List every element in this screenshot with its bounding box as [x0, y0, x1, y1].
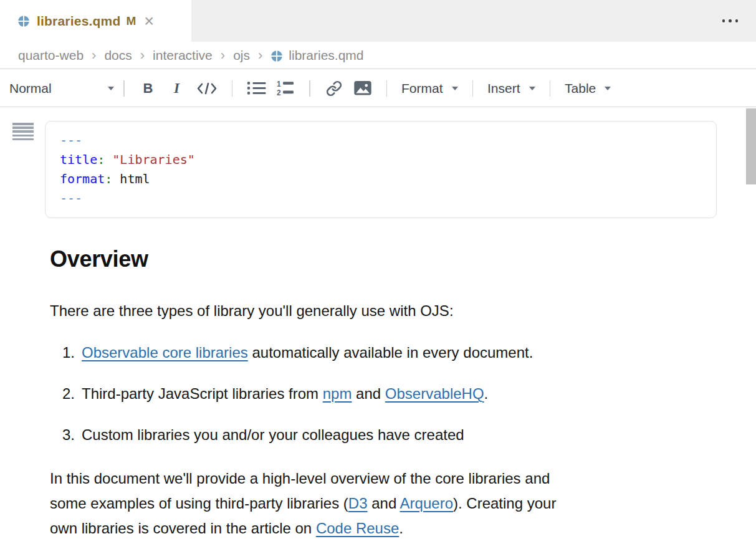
insert-menu-label: Insert [487, 81, 520, 96]
bold-button[interactable]: B [139, 80, 158, 97]
breadcrumb-item[interactable]: ojs [233, 48, 250, 63]
text-segment: . [399, 520, 403, 537]
yaml-front-matter-block[interactable]: ---title: "Libraries"format: html--- [45, 121, 717, 218]
paragraph-style-select[interactable]: Normal [9, 81, 114, 96]
section-heading: Overview [50, 246, 676, 272]
list-item: 1.Observable core libraries automaticall… [62, 340, 676, 365]
vertical-scrollbar-thumb[interactable] [746, 108, 756, 184]
text-segment: Custom libraries you and/or your colleag… [82, 426, 464, 443]
yaml-token-fence: --- [60, 191, 82, 206]
document-canvas[interactable]: ---title: "Libraries"format: html--- Ove… [0, 108, 756, 554]
dropdown-caret-icon [529, 87, 535, 90]
svg-text:2: 2 [277, 88, 281, 97]
insert-menu[interactable]: Insert [487, 81, 535, 96]
breadcrumb-separator-icon: › [92, 49, 96, 62]
list-item-text: Custom libraries you and/or your colleag… [82, 423, 464, 447]
dropdown-caret-icon [108, 87, 114, 90]
breadcrumb-item[interactable]: quarto-web [18, 48, 84, 63]
editor-window: libraries.qmd M × quarto-web›docs›intera… [0, 0, 756, 554]
text-segment: and [352, 385, 385, 402]
text-segment: automatically available in every documen… [248, 344, 534, 361]
toolbar-separator [472, 80, 474, 97]
image-button[interactable] [353, 80, 372, 96]
breadcrumb-separator-icon: › [140, 49, 145, 62]
code-button[interactable] [196, 81, 218, 96]
yaml-code-line: title: "Libraries" [60, 150, 716, 170]
drag-handle-icon[interactable] [12, 123, 34, 140]
image-icon [353, 80, 372, 96]
quarto-file-icon [17, 15, 30, 27]
text-segment: Third-party JavaScript libraries from [82, 385, 323, 402]
bullet-list-icon [247, 80, 266, 96]
ordered-list: 1.Observable core libraries automaticall… [50, 340, 676, 447]
svg-text:1: 1 [277, 80, 281, 88]
doc-link[interactable]: npm [323, 385, 352, 402]
close-icon[interactable]: × [144, 15, 154, 27]
yaml-token-plain: html [112, 171, 150, 186]
tab-bar: libraries.qmd M × [0, 0, 756, 42]
text-segment: some examples of using third-party libra… [50, 495, 348, 512]
toolbar-separator [123, 80, 125, 97]
dropdown-caret-icon [452, 87, 458, 90]
doc-link[interactable]: ObservableHQ [385, 385, 484, 402]
yaml-code-line: --- [60, 131, 716, 150]
list-item-number: 1. [62, 340, 82, 365]
breadcrumb-item[interactable]: libraries.qmd [289, 48, 363, 63]
list-item-text: Observable core libraries automatically … [82, 340, 533, 365]
doc-link[interactable]: D3 [348, 495, 368, 512]
breadcrumb-item[interactable]: interactive [153, 48, 213, 63]
yaml-token-colon: : [105, 171, 112, 186]
toolbar-separator [309, 80, 310, 97]
breadcrumb-item[interactable]: docs [104, 48, 132, 63]
yaml-code-line: --- [60, 189, 716, 208]
more-actions-icon[interactable] [722, 19, 739, 22]
breadcrumb-separator-icon: › [221, 49, 225, 62]
text-segment: In this document we'll provide a high-le… [50, 470, 550, 487]
doc-link[interactable]: Observable core libraries [82, 344, 248, 361]
format-menu[interactable]: Format [401, 81, 458, 96]
modified-badge: M [126, 14, 136, 28]
table-menu-label: Table [565, 81, 596, 96]
list-item-number: 3. [62, 423, 82, 447]
closing-paragraph: In this document we'll provide a high-le… [50, 466, 676, 541]
quarto-file-icon [270, 50, 283, 62]
breadcrumb-separator-icon: › [258, 49, 262, 62]
link-icon [325, 80, 343, 97]
dropdown-caret-icon [605, 87, 611, 90]
toolbar-separator [550, 80, 551, 97]
list-item: 3.Custom libraries you and/or your colle… [62, 423, 676, 447]
toolbar-separator [386, 80, 388, 97]
paragraph-style-value: Normal [9, 81, 52, 96]
italic-button[interactable]: I [168, 80, 186, 97]
yaml-token-colon: : [97, 152, 105, 167]
yaml-token-key: title [60, 152, 97, 167]
document-article: Overview There are three types of librar… [50, 246, 676, 541]
table-menu[interactable]: Table [565, 81, 611, 96]
doc-link[interactable]: Arquero [400, 495, 453, 512]
format-menu-label: Format [401, 81, 443, 96]
list-item-text: Third-party JavaScript libraries from np… [82, 381, 488, 406]
tab-filename: libraries.qmd [37, 14, 120, 29]
bullet-list-button[interactable] [247, 80, 266, 96]
yaml-token-key: format [60, 171, 105, 186]
yaml-token-fence: --- [60, 133, 82, 148]
list-item-number: 2. [62, 381, 82, 406]
text-segment: own libraries is covered in the article … [50, 520, 316, 537]
yaml-token-plain [105, 152, 112, 167]
text-segment: ). Creating your [453, 495, 556, 512]
breadcrumb: quarto-web›docs›interactive›ojs› librari… [0, 42, 756, 69]
text-segment: . [484, 385, 489, 402]
intro-paragraph: There are three types of library you'll … [50, 298, 676, 323]
formatting-toolbar: Normal B I [0, 70, 756, 107]
toolbar-separator [232, 80, 233, 97]
tab-libraries-qmd[interactable]: libraries.qmd M × [0, 0, 191, 42]
ordered-list-button[interactable]: 1 2 [276, 80, 295, 97]
link-button[interactable] [325, 80, 343, 97]
ordered-list-icon: 1 2 [277, 80, 295, 97]
yaml-token-string: "Libraries" [112, 152, 194, 167]
doc-link[interactable]: Code Reuse [316, 520, 399, 537]
code-icon [196, 81, 218, 96]
list-item: 2.Third-party JavaScript libraries from … [62, 381, 676, 406]
yaml-code-line: format: html [60, 170, 716, 189]
text-segment: and [368, 495, 400, 512]
